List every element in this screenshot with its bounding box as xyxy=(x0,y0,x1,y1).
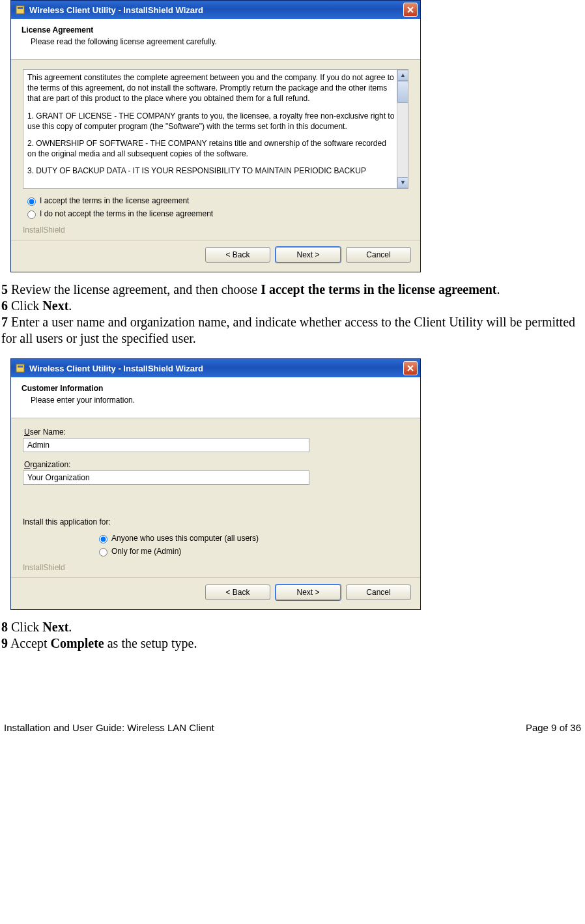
next-button[interactable]: Next > xyxy=(276,585,341,600)
username-field[interactable] xyxy=(23,438,309,452)
license-paragraph: 1. GRANT OF LICENSE - THE COMPANY grants… xyxy=(27,111,395,132)
customer-info-dialog: Wireless Client Utility - InstallShield … xyxy=(10,358,421,610)
cancel-button[interactable]: Cancel xyxy=(346,247,411,263)
scroll-thumb[interactable] xyxy=(397,81,408,103)
close-button[interactable] xyxy=(403,361,418,375)
button-row: < Back Next > Cancel xyxy=(11,240,420,272)
step-number: 6 xyxy=(1,298,8,313)
step-number: 9 xyxy=(1,636,8,650)
header-title: Customer Information xyxy=(21,384,410,393)
brand-label: InstallShield xyxy=(23,225,408,235)
license-textbox[interactable]: This agreement constitutes the complete … xyxy=(23,69,408,189)
next-button[interactable]: Next > xyxy=(276,247,341,263)
button-row: < Back Next > Cancel xyxy=(11,577,420,609)
license-dialog: Wireless Client Utility - InstallShield … xyxy=(10,0,421,272)
license-paragraph: 2. OWNERSHIP OF SOFTWARE - THE COMPANY r… xyxy=(27,138,395,159)
step-number: 8 xyxy=(1,620,8,634)
username-group: UUser Name:ser Name: xyxy=(23,427,408,452)
scroll-down-icon[interactable]: ▼ xyxy=(397,177,408,188)
step-text: Click xyxy=(8,298,42,313)
organization-label: OOrganization:rganization: xyxy=(24,460,408,469)
install-for-radios: Anyone who uses this computer (all users… xyxy=(94,533,408,556)
only-me-radio-label: Only for me (Admin) xyxy=(111,547,181,556)
dialog-body: This agreement constitutes the complete … xyxy=(11,60,420,240)
scrollbar[interactable]: ▲ ▼ xyxy=(397,70,408,188)
titlebar[interactable]: Wireless Client Utility - InstallShield … xyxy=(11,359,420,377)
username-label: UUser Name:ser Name: xyxy=(24,427,408,437)
only-me-radio[interactable]: Only for me (Admin) xyxy=(96,546,408,556)
header-title: License Agreement xyxy=(21,25,410,35)
header-subtitle: Please enter your information. xyxy=(31,396,410,405)
window-title: Wireless Client Utility - InstallShield … xyxy=(29,364,403,373)
window-title: Wireless Client Utility - InstallShield … xyxy=(29,5,403,15)
dialog-header: Customer Information Please enter your i… xyxy=(11,377,420,418)
reject-radio-label: I do not accept the terms in the license… xyxy=(40,209,213,218)
svg-rect-0 xyxy=(16,6,24,14)
step-bold: Complete xyxy=(51,636,104,650)
titlebar[interactable]: Wireless Client Utility - InstallShield … xyxy=(11,1,420,19)
accept-radio-input[interactable] xyxy=(27,197,36,206)
cancel-button[interactable]: Cancel xyxy=(346,585,411,600)
back-button[interactable]: < Back xyxy=(205,247,270,263)
organization-group: OOrganization:rganization: xyxy=(23,460,408,485)
license-paragraph: 3. DUTY OF BACKUP DATA - IT IS YOUR RESP… xyxy=(27,166,395,176)
instruction-block: 8 Click Next. 9 Accept Complete as the s… xyxy=(1,619,584,652)
svg-rect-2 xyxy=(16,364,24,372)
svg-rect-1 xyxy=(18,7,23,9)
footer-title: Installation and User Guide: Wireless LA… xyxy=(4,722,214,733)
step-bold: Next xyxy=(42,620,68,634)
license-paragraph: This agreement constitutes the complete … xyxy=(27,72,395,104)
step-text: as the setup type. xyxy=(104,636,197,650)
close-button[interactable] xyxy=(403,3,418,17)
step-text: . xyxy=(496,282,500,296)
step-bold: I accept the terms in the license agreem… xyxy=(261,282,496,296)
install-for-label: Install this application for: xyxy=(23,517,408,527)
page-footer: Installation and User Guide: Wireless LA… xyxy=(0,717,585,740)
step-bold: Next xyxy=(42,298,68,313)
step-text: Accept xyxy=(8,636,51,650)
step-number: 5 xyxy=(1,282,8,296)
only-me-radio-input[interactable] xyxy=(99,548,107,556)
app-icon xyxy=(15,363,25,373)
organization-field[interactable] xyxy=(23,470,309,485)
step-text: . xyxy=(68,620,72,634)
step-text: Enter a user name and organization name,… xyxy=(1,315,575,345)
scroll-up-icon[interactable]: ▲ xyxy=(397,70,408,81)
brand-label: InstallShield xyxy=(23,563,408,572)
header-subtitle: Please read the following license agreem… xyxy=(31,37,410,46)
all-users-radio[interactable]: Anyone who uses this computer (all users… xyxy=(96,533,408,543)
app-icon xyxy=(15,5,25,15)
step-text: Click xyxy=(8,620,42,634)
step-text: . xyxy=(68,298,72,313)
dialog-header: License Agreement Please read the follow… xyxy=(11,19,420,60)
accept-radio[interactable]: I accept the terms in the license agreem… xyxy=(24,195,408,206)
all-users-radio-input[interactable] xyxy=(99,535,107,543)
step-number: 7 xyxy=(1,315,8,329)
reject-radio-input[interactable] xyxy=(27,210,36,219)
footer-pagenum: Page 9 of 36 xyxy=(526,722,581,733)
back-button[interactable]: < Back xyxy=(205,585,270,600)
dialog-body: UUser Name:ser Name: OOrganization:rgani… xyxy=(11,418,420,577)
instruction-block: 5 Review the license agreement, and then… xyxy=(1,282,584,347)
svg-rect-3 xyxy=(18,366,23,368)
all-users-radio-label: Anyone who uses this computer (all users… xyxy=(111,534,259,543)
reject-radio[interactable]: I do not accept the terms in the license… xyxy=(24,209,408,219)
accept-radio-label: I accept the terms in the license agreem… xyxy=(40,196,189,205)
step-text: Review the license agreement, and then c… xyxy=(8,282,261,296)
